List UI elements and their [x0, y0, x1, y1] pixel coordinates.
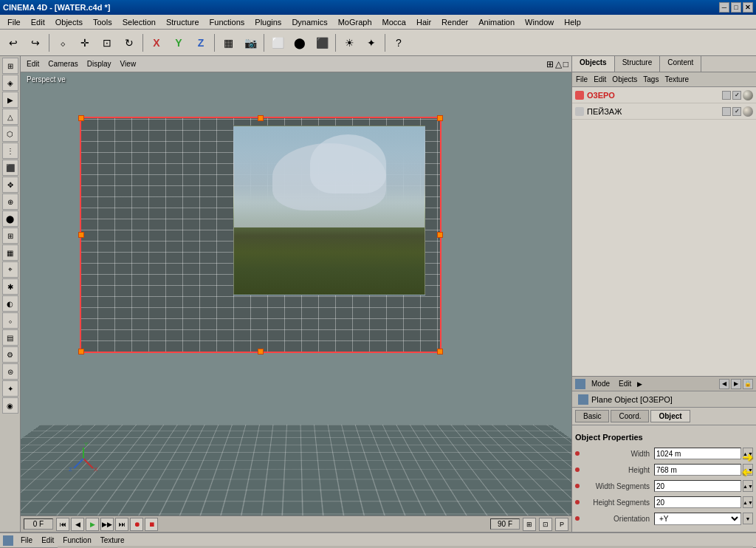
- left-tool-4[interactable]: △: [2, 109, 18, 125]
- left-tool-2[interactable]: ◈: [2, 75, 18, 91]
- bottom-menu-function[interactable]: Function: [60, 535, 94, 545]
- left-tool-5[interactable]: ⬡: [2, 126, 18, 142]
- ri-tags[interactable]: Tags: [641, 75, 661, 84]
- left-tool-11[interactable]: ⊞: [2, 227, 18, 244]
- ri-file[interactable]: File: [574, 75, 590, 84]
- mode-label[interactable]: Mode: [588, 379, 613, 388]
- frame-end[interactable]: 90 F: [490, 518, 520, 530]
- help-button[interactable]: ?: [388, 32, 409, 53]
- viewport-menu-display[interactable]: Display: [84, 59, 114, 69]
- tab-objects[interactable]: Objects: [572, 56, 615, 72]
- tab-object[interactable]: Object: [650, 410, 690, 422]
- z-axis-button[interactable]: Z: [190, 32, 211, 53]
- timeline-extra-1[interactable]: ⊞: [523, 518, 536, 531]
- tab-coord[interactable]: Coord.: [611, 410, 649, 422]
- obj-render-1[interactable]: ✓: [732, 91, 741, 100]
- undo-button[interactable]: ↩: [3, 32, 24, 53]
- timeline-extra-3[interactable]: P: [555, 518, 568, 531]
- prop-width-input[interactable]: [654, 448, 741, 459]
- left-tool-18[interactable]: ⚙: [2, 346, 18, 363]
- left-tool-20[interactable]: ✦: [2, 380, 18, 397]
- play-end-button[interactable]: ⏭: [115, 518, 128, 531]
- menu-item-plugins[interactable]: Plugins: [250, 16, 286, 28]
- viewport-menu-cameras[interactable]: Cameras: [45, 59, 81, 69]
- sphere-button[interactable]: ⬤: [289, 32, 310, 53]
- prop-hseg-spinner[interactable]: ▲▼: [743, 496, 753, 508]
- left-tool-3[interactable]: ▶: [2, 92, 18, 108]
- record-button[interactable]: ⏺: [130, 518, 143, 531]
- y-axis-button[interactable]: Y: [168, 32, 189, 53]
- left-tool-17[interactable]: ▤: [2, 329, 18, 346]
- obj-sphere-2[interactable]: [743, 106, 753, 117]
- obj-vis-1[interactable]: [722, 91, 731, 100]
- redo-button[interactable]: ↪: [25, 32, 46, 53]
- selection-handle-bm[interactable]: [258, 349, 264, 355]
- selection-handle-br[interactable]: [437, 349, 443, 355]
- tab-basic[interactable]: Basic: [575, 410, 609, 422]
- prop-wseg-spinner[interactable]: ▲▼: [743, 480, 753, 492]
- goto-start-button[interactable]: ⏮: [56, 518, 69, 531]
- mode-btn-1[interactable]: ◀: [719, 379, 729, 389]
- left-tool-13[interactable]: ⌖: [2, 261, 18, 278]
- left-tool-21[interactable]: ◉: [2, 397, 18, 414]
- left-tool-1[interactable]: ⊞: [2, 58, 18, 74]
- play-forward-button[interactable]: ▶▶: [100, 518, 114, 531]
- menu-item-hair[interactable]: Hair: [412, 16, 436, 28]
- selection-handle-bl[interactable]: [78, 349, 84, 355]
- menu-item-dynamics[interactable]: Dynamics: [287, 16, 331, 28]
- ri-edit[interactable]: Edit: [591, 75, 608, 84]
- prop-orient-spinner[interactable]: ▼: [743, 513, 753, 524]
- bottom-menu-edit[interactable]: Edit: [38, 535, 57, 545]
- obj-render-2[interactable]: ✓: [732, 107, 741, 116]
- maximize-button[interactable]: □: [731, 2, 741, 13]
- scale-button[interactable]: ⊡: [97, 32, 117, 53]
- camera-button[interactable]: 📷: [240, 32, 261, 53]
- left-tool-9[interactable]: ⊕: [2, 193, 18, 210]
- selection-handle-tr[interactable]: [437, 115, 443, 121]
- minimize-button[interactable]: ─: [719, 2, 729, 13]
- x-axis-button[interactable]: X: [146, 32, 167, 53]
- menu-item-selection[interactable]: Selection: [118, 16, 160, 28]
- selection-handle-tl[interactable]: [78, 115, 84, 121]
- light-button[interactable]: ☀: [339, 32, 360, 53]
- ri-texture[interactable]: Texture: [662, 75, 691, 84]
- prop-hseg-input[interactable]: [654, 496, 741, 508]
- left-tool-16[interactable]: ⬦: [2, 312, 18, 329]
- obj-vis-2[interactable]: [722, 107, 731, 116]
- menu-item-mocca[interactable]: Mocca: [378, 16, 410, 28]
- rotate-button[interactable]: ↻: [119, 32, 140, 53]
- object-mode-button[interactable]: ▦: [218, 32, 238, 53]
- obj-sphere-1[interactable]: [743, 90, 753, 100]
- cylinder-button[interactable]: ⬛: [312, 32, 332, 53]
- menu-item-mograph[interactable]: MoGraph: [334, 16, 377, 28]
- menu-item-animation[interactable]: Animation: [474, 16, 519, 28]
- bottom-menu-texture[interactable]: Texture: [97, 535, 128, 545]
- left-tool-19[interactable]: ⊜: [2, 363, 18, 380]
- move-button[interactable]: ✛: [75, 32, 95, 53]
- play-button[interactable]: ▶: [86, 518, 99, 531]
- menu-item-file[interactable]: File: [3, 16, 25, 28]
- selection-handle-mr[interactable]: [437, 232, 443, 238]
- ri-objects[interactable]: Objects: [610, 75, 639, 84]
- tab-structure[interactable]: Structure: [615, 56, 661, 72]
- menu-item-render[interactable]: Render: [437, 16, 472, 28]
- stop-button[interactable]: ⏹: [145, 518, 158, 531]
- plane-object[interactable]: [80, 117, 441, 353]
- left-tool-10[interactable]: ⬤: [2, 210, 18, 227]
- mode-btn-2[interactable]: ▶: [731, 379, 741, 389]
- left-tool-15[interactable]: ◐: [2, 295, 18, 312]
- menu-item-help[interactable]: Help: [560, 16, 585, 28]
- prop-orient-select[interactable]: +Y +X +Z: [654, 513, 741, 525]
- viewport-control-3[interactable]: □: [563, 59, 568, 69]
- menu-item-edit[interactable]: Edit: [27, 16, 49, 28]
- viewport-control-2[interactable]: △: [555, 59, 562, 69]
- left-tool-6[interactable]: ⋮: [2, 143, 18, 159]
- box-button[interactable]: ⬜: [267, 32, 288, 53]
- close-button[interactable]: ✕: [743, 2, 753, 13]
- menu-item-structure[interactable]: Structure: [162, 16, 204, 28]
- bottom-menu-file[interactable]: File: [18, 535, 35, 545]
- timeline-extra-2[interactable]: ⊡: [539, 518, 552, 531]
- selection-handle-tm[interactable]: [258, 115, 264, 121]
- prop-height-input[interactable]: [654, 464, 741, 476]
- tab-content[interactable]: Content: [660, 56, 701, 72]
